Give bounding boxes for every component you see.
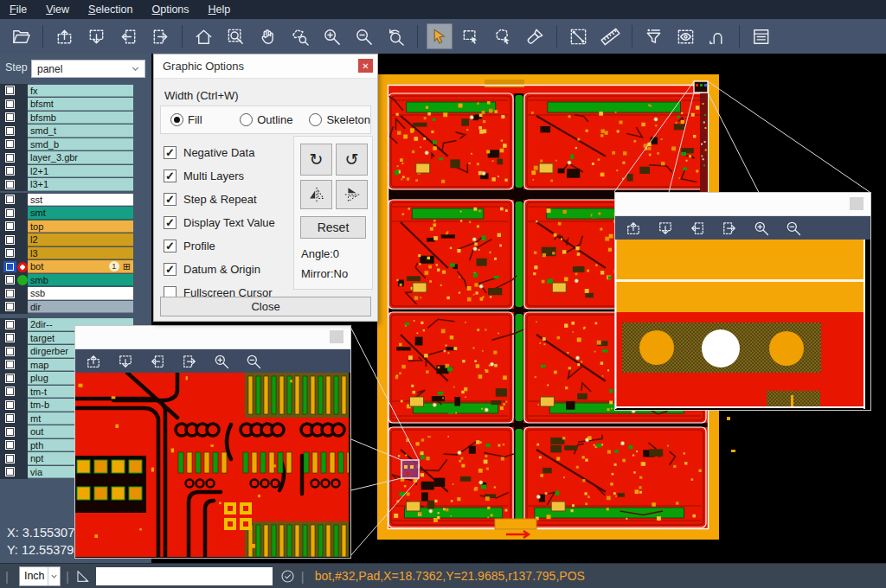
mirror-horizontal-button[interactable] xyxy=(300,180,332,209)
unit-select[interactable]: Inch xyxy=(19,566,61,586)
clean-tool-button[interactable] xyxy=(523,23,549,49)
layer-name[interactable]: smd_t xyxy=(28,125,133,137)
checkbox-step-repeat[interactable]: ✓Step & Repeat xyxy=(164,193,257,206)
layer-visibility-cell[interactable] xyxy=(0,220,19,233)
pan-up-button[interactable] xyxy=(624,219,642,237)
layer-visibility-cell[interactable] xyxy=(0,438,19,452)
grid-icon[interactable]: ⊞ xyxy=(123,262,131,272)
menu-item-file[interactable]: File xyxy=(0,0,36,19)
layer-indicator-cell[interactable] xyxy=(19,318,28,332)
menu-item-selection[interactable]: Selection xyxy=(79,0,142,19)
layer-visibility-cell[interactable] xyxy=(0,178,19,192)
layer-indicator-cell[interactable] xyxy=(19,111,28,125)
rotate-cw-button[interactable]: ↻ xyxy=(300,144,332,176)
checkbox-negative-data[interactable]: ✓Negative Data xyxy=(164,146,254,159)
layer-name[interactable]: bot1⊞ xyxy=(28,260,133,273)
layer-name[interactable]: dir xyxy=(28,301,133,314)
layer-indicator-cell[interactable] xyxy=(19,385,28,399)
layer-checkbox[interactable] xyxy=(5,454,15,463)
layer-indicator-cell[interactable] xyxy=(19,345,28,359)
layer-checkbox[interactable] xyxy=(5,275,15,284)
layer-visibility-cell[interactable] xyxy=(0,300,19,314)
pan-left-button[interactable] xyxy=(148,352,166,370)
layer-indicator-cell[interactable] xyxy=(19,273,28,287)
layer-indicator-cell[interactable] xyxy=(19,438,28,452)
layer-row-top[interactable]: top xyxy=(0,220,151,233)
step-select[interactable]: panel xyxy=(31,60,145,78)
layer-visibility-cell[interactable] xyxy=(0,385,19,399)
layer-indicator-cell[interactable] xyxy=(19,260,28,274)
select-rectangle-button[interactable] xyxy=(459,23,485,49)
layer-checkbox[interactable] xyxy=(5,126,15,136)
filter-tool-button[interactable] xyxy=(641,23,667,49)
layer-checkbox[interactable] xyxy=(5,208,15,218)
layer-indicator-cell[interactable] xyxy=(19,331,28,345)
layer-visibility-cell[interactable] xyxy=(0,98,19,112)
layer-checkbox[interactable] xyxy=(5,195,15,204)
radio-skeleton[interactable]: Skeleton xyxy=(309,113,370,126)
layer-row-bfsmb[interactable]: bfsmb xyxy=(0,111,151,125)
layer-checkbox[interactable] xyxy=(5,235,15,245)
layer-row-bfsmt[interactable]: bfsmt xyxy=(0,98,151,112)
layer-visibility-cell[interactable] xyxy=(0,452,19,466)
menu-item-help[interactable]: Help xyxy=(199,0,241,19)
layer-checkbox[interactable] xyxy=(5,400,15,410)
layer-indicator-cell[interactable] xyxy=(19,246,28,260)
pan-down-button[interactable] xyxy=(656,219,674,237)
layer-visibility-cell[interactable] xyxy=(0,260,19,274)
layer-visibility-cell[interactable] xyxy=(0,111,19,125)
zoom-previous-button[interactable] xyxy=(383,23,409,49)
layer-visibility-cell[interactable] xyxy=(0,137,19,151)
pan-left-button[interactable] xyxy=(688,219,706,237)
checkbox-display-text-value[interactable]: ✓Display Text Value xyxy=(164,216,275,229)
zoom-popup-2-button[interactable] xyxy=(850,197,864,210)
layer-checkbox[interactable] xyxy=(5,333,15,342)
radio-fill[interactable]: Fill xyxy=(170,113,230,126)
checkbox-multi-layers[interactable]: ✓Multi Layers xyxy=(164,169,244,182)
layer-indicator-cell[interactable] xyxy=(19,164,28,178)
layer-checkbox[interactable] xyxy=(5,302,15,311)
rotate-ccw-button[interactable]: ↺ xyxy=(336,144,368,176)
layer-checkbox[interactable] xyxy=(5,427,15,437)
layer-row-smt[interactable]: smt xyxy=(0,207,151,220)
layer-row-fx[interactable]: fx xyxy=(0,84,151,98)
layer-indicator-cell[interactable] xyxy=(19,372,28,386)
zoom-in-button[interactable] xyxy=(752,219,770,237)
layer-indicator-cell[interactable] xyxy=(19,178,28,192)
zoom-popup-1[interactable] xyxy=(74,325,351,559)
zoom-window-button[interactable] xyxy=(223,23,249,49)
layer-row-l3[interactable]: l3 xyxy=(0,246,151,260)
pan-right-button[interactable] xyxy=(180,352,198,370)
command-input[interactable] xyxy=(96,567,273,585)
layer-checkbox[interactable] xyxy=(5,347,15,356)
layer-row-bot[interactable]: bot1⊞ xyxy=(0,260,151,274)
layer-checkbox[interactable] xyxy=(5,180,15,189)
zoom-popup-1-titlebar[interactable] xyxy=(75,326,350,349)
menu-item-view[interactable]: View xyxy=(36,0,79,19)
layer-checkbox[interactable] xyxy=(5,360,15,369)
layer-visibility-cell[interactable] xyxy=(0,273,19,287)
pan-right-button[interactable] xyxy=(720,219,738,237)
zoom-popup-2-content[interactable] xyxy=(615,240,869,409)
layer-checkbox[interactable] xyxy=(5,166,15,176)
layer-checkbox[interactable] xyxy=(5,112,15,122)
layer-name[interactable]: ssb xyxy=(28,287,133,300)
zoom-popup-2[interactable] xyxy=(614,192,871,411)
layer-row-smd_t[interactable]: smd_t xyxy=(0,125,151,138)
layer-name[interactable]: layer_3.gbr xyxy=(28,151,133,164)
layer-name[interactable]: bfsmt xyxy=(28,98,133,111)
layer-indicator-cell[interactable] xyxy=(19,98,28,112)
move-view-up-button[interactable] xyxy=(52,23,78,49)
zoom-popup-1-content[interactable] xyxy=(75,373,349,557)
layer-checkbox[interactable] xyxy=(5,99,15,109)
layer-row-layer_3.gbr[interactable]: layer_3.gbr xyxy=(0,151,151,165)
layer-checkbox[interactable] xyxy=(3,261,16,272)
layer-indicator-cell[interactable] xyxy=(19,125,28,138)
zoom-out-button[interactable] xyxy=(351,23,377,49)
layer-name[interactable]: l2 xyxy=(28,233,133,246)
layer-visibility-cell[interactable] xyxy=(0,412,19,425)
checkbox-profile[interactable]: ✓Profile xyxy=(164,240,215,252)
layer-name[interactable]: smt xyxy=(28,207,133,220)
layer-checkbox[interactable] xyxy=(5,320,15,329)
measure-ruler-button[interactable] xyxy=(598,23,624,49)
